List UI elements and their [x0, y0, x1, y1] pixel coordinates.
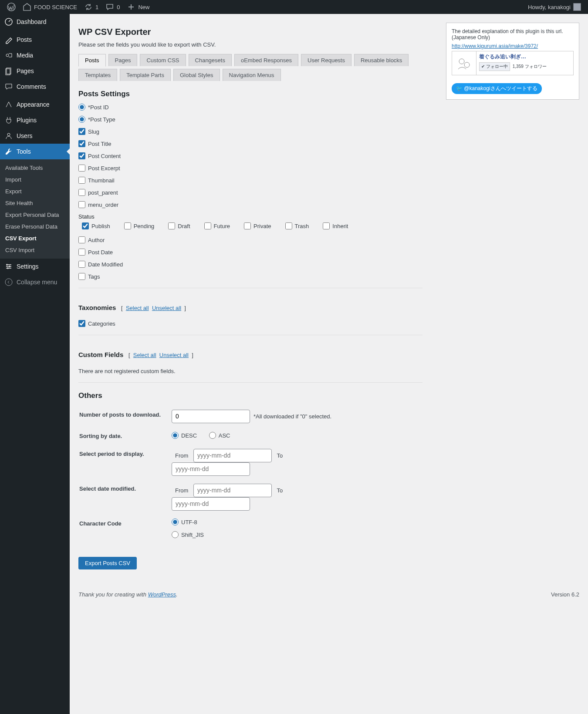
status-pending[interactable]: Pending: [124, 222, 155, 229]
avatar: [573, 3, 581, 11]
tab-pages[interactable]: Pages: [108, 54, 138, 66]
menu-media[interactable]: Media: [0, 47, 70, 63]
site-name: FOOD SCIENCE: [34, 4, 77, 10]
tabs: Posts Pages Custom CSS Changesets oEmbed…: [78, 54, 437, 81]
field-post-excerpt[interactable]: Post Excerpt: [78, 165, 422, 172]
footer-wp-link[interactable]: WordPress: [148, 591, 176, 598]
field-tags[interactable]: Tags: [78, 273, 422, 280]
sub-import[interactable]: Import: [0, 174, 70, 185]
charcode-sjis[interactable]: Shift_JIS: [172, 531, 204, 538]
menu-plugins[interactable]: Plugins: [0, 112, 70, 128]
menu-dashboard[interactable]: Dashboard: [0, 14, 70, 30]
fb-follower-count: 1,359 フォロワー: [513, 64, 547, 70]
tab-posts[interactable]: Posts: [78, 54, 106, 67]
field-post-date[interactable]: Post Date: [78, 249, 422, 256]
svg-point-5: [7, 133, 10, 136]
tab-changesets[interactable]: Changesets: [189, 54, 232, 66]
period-label: Select period to display.: [79, 445, 171, 479]
taxonomies-heading: Taxonomies: [78, 304, 116, 311]
status-publish[interactable]: Publish: [82, 222, 110, 229]
others-table: Number of posts to download. *All downlo…: [78, 405, 348, 544]
sub-erase-personal[interactable]: Erase Personal Data: [0, 221, 70, 232]
menu-posts[interactable]: Posts: [0, 32, 70, 47]
radio-post-type[interactable]: [78, 116, 85, 123]
field-post-content[interactable]: Post Content: [78, 152, 422, 159]
tax-select-all[interactable]: Select all: [126, 305, 149, 311]
facebook-widget[interactable]: 着ぐるみ追い剥ぎ… ✔ フォロー中 1,359 フォロワー: [452, 51, 574, 75]
cb-post-content[interactable]: [78, 152, 85, 159]
sub-site-health[interactable]: Site Health: [0, 197, 70, 209]
status-private[interactable]: Private: [244, 222, 271, 229]
facebook-thumb: [452, 51, 476, 75]
comments-link[interactable]: 0: [102, 0, 123, 14]
period-to[interactable]: [172, 462, 250, 476]
tab-reusable[interactable]: Reusable blocks: [354, 54, 409, 66]
sub-csv-import[interactable]: CSV Import: [0, 244, 70, 256]
field-post-type[interactable]: *Post Type: [78, 116, 422, 123]
cb-thumbnail[interactable]: [78, 177, 85, 184]
export-button[interactable]: Export Posts CSV: [78, 557, 137, 569]
svg-point-2: [6, 54, 9, 57]
sort-asc[interactable]: ASC: [209, 432, 230, 439]
sub-export[interactable]: Export: [0, 185, 70, 197]
fb-follow-btn[interactable]: ✔ フォロー中: [479, 62, 510, 71]
cb-post-parent[interactable]: [78, 189, 85, 196]
menu-comments[interactable]: Comments: [0, 79, 70, 94]
field-post-title[interactable]: Post Title: [78, 140, 422, 147]
tab-template-parts[interactable]: Template Parts: [120, 69, 171, 81]
tax-categories[interactable]: Categories: [78, 320, 422, 327]
tab-nav-menus[interactable]: Navigation Menus: [223, 69, 281, 81]
status-inherit[interactable]: Inherit: [323, 222, 348, 229]
cb-post-title[interactable]: [78, 140, 85, 147]
field-slug[interactable]: Slug: [78, 128, 422, 135]
field-menu-order[interactable]: menu_order: [78, 201, 422, 208]
menu-appearance[interactable]: Appearance: [0, 97, 70, 112]
radio-post-id[interactable]: [78, 104, 85, 111]
tab-global-styles[interactable]: Global Styles: [173, 69, 220, 81]
field-thumbnail[interactable]: Thumbnail: [78, 177, 422, 184]
tax-unselect-all[interactable]: Unselect all: [152, 305, 181, 311]
cb-slug[interactable]: [78, 128, 85, 135]
cf-select-all[interactable]: Select all: [133, 352, 156, 358]
menu-tools[interactable]: Tools: [0, 144, 70, 159]
cb-menu-order[interactable]: [78, 201, 85, 208]
tab-oembed[interactable]: oEmbed Responses: [234, 54, 298, 66]
sub-export-personal[interactable]: Export Personal Data: [0, 209, 70, 221]
new-link[interactable]: New: [123, 0, 153, 14]
updates-link[interactable]: 1: [81, 0, 102, 14]
status-heading: Status: [78, 213, 422, 220]
cf-unselect-all[interactable]: Unselect all: [159, 352, 189, 358]
menu-pages[interactable]: Pages: [0, 63, 70, 79]
field-date-modified[interactable]: Date Modified: [78, 261, 422, 268]
field-author[interactable]: Author: [78, 236, 422, 243]
status-row: Publish Pending Draft Future Private Tra…: [82, 222, 422, 229]
tab-custom-css[interactable]: Custom CSS: [140, 54, 186, 66]
collapse-menu[interactable]: Collapse menu: [0, 274, 70, 290]
sub-available-tools[interactable]: Available Tools: [0, 162, 70, 174]
fb-title: 着ぐるみ追い剥ぎ…: [479, 53, 571, 61]
twitter-button[interactable]: 🐦 @kanakogiさんへツイートする: [452, 83, 542, 94]
field-post-id[interactable]: *Post ID: [78, 104, 422, 111]
modified-from[interactable]: [193, 484, 272, 497]
menu-users[interactable]: Users: [0, 128, 70, 144]
site-link[interactable]: FOOD SCIENCE: [19, 0, 81, 14]
postbox-url[interactable]: http://www.kigurumi.asia/imake/3972/: [452, 43, 538, 49]
modified-to[interactable]: [172, 497, 250, 511]
status-trash[interactable]: Trash: [285, 222, 309, 229]
num-input[interactable]: [172, 410, 250, 423]
account-link[interactable]: Howdy, kanakogi: [524, 0, 585, 14]
sort-desc[interactable]: DESC: [172, 432, 197, 439]
field-post-parent[interactable]: post_parent: [78, 189, 422, 196]
sort-label: Sorting by date.: [79, 428, 171, 445]
tab-user-requests[interactable]: User Requests: [301, 54, 351, 66]
period-from[interactable]: [193, 449, 272, 462]
sub-csv-export[interactable]: CSV Export: [0, 232, 70, 244]
charcode-utf8[interactable]: UTF-8: [172, 519, 197, 525]
menu-settings[interactable]: Settings: [0, 259, 70, 274]
wp-logo[interactable]: [3, 0, 19, 14]
status-future[interactable]: Future: [204, 222, 230, 229]
tab-templates[interactable]: Templates: [78, 69, 117, 81]
cb-post-excerpt[interactable]: [78, 165, 85, 172]
howdy-text: Howdy, kanakogi: [528, 4, 571, 10]
status-draft[interactable]: Draft: [168, 222, 190, 229]
